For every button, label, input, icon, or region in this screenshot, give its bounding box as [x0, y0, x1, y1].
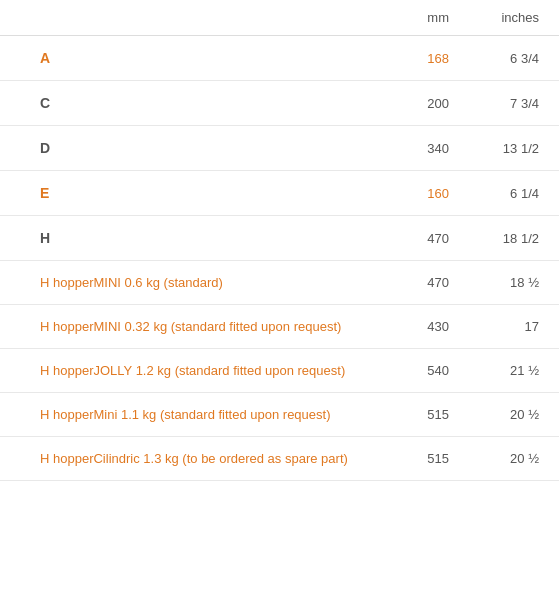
row-mm: 470: [389, 231, 459, 246]
row-inches: 7 3/4: [459, 96, 539, 111]
table-row: E1606 1/4: [0, 171, 559, 216]
row-mm: 160: [389, 186, 459, 201]
row-label: D: [40, 140, 389, 156]
row-mm: 515: [389, 407, 459, 422]
row-label: H hopperMini 1.1 kg (standard fitted upo…: [40, 407, 389, 422]
row-inches: 6 3/4: [459, 51, 539, 66]
row-label: H hopperMINI 0.32 kg (standard fitted up…: [40, 319, 389, 334]
table-row: H47018 1/2: [0, 216, 559, 261]
table-row: D34013 1/2: [0, 126, 559, 171]
row-inches: 13 1/2: [459, 141, 539, 156]
table-row: C2007 3/4: [0, 81, 559, 126]
row-mm: 540: [389, 363, 459, 378]
row-inches: 18 ½: [459, 275, 539, 290]
row-mm: 168: [389, 51, 459, 66]
row-label: E: [40, 185, 389, 201]
table-header: mm inches: [0, 0, 559, 36]
row-label: H hopperMINI 0.6 kg (standard): [40, 275, 389, 290]
inches-header: inches: [459, 10, 539, 25]
row-label: H hopperJOLLY 1.2 kg (standard fitted up…: [40, 363, 389, 378]
row-inches: 17: [459, 319, 539, 334]
mm-header: mm: [389, 10, 459, 25]
row-inches: 21 ½: [459, 363, 539, 378]
row-label: C: [40, 95, 389, 111]
row-mm: 340: [389, 141, 459, 156]
table-row: H hopperMINI 0.6 kg (standard)47018 ½: [0, 261, 559, 305]
row-label: H: [40, 230, 389, 246]
row-label: H hopperCilindric 1.3 kg (to be ordered …: [40, 451, 389, 466]
table-row: H hopperMINI 0.32 kg (standard fitted up…: [0, 305, 559, 349]
row-mm: 200: [389, 96, 459, 111]
table-row: H hopperCilindric 1.3 kg (to be ordered …: [0, 437, 559, 481]
table-row: H hopperMini 1.1 kg (standard fitted upo…: [0, 393, 559, 437]
row-inches: 20 ½: [459, 407, 539, 422]
row-inches: 6 1/4: [459, 186, 539, 201]
row-label: A: [40, 50, 389, 66]
table-row: H hopperJOLLY 1.2 kg (standard fitted up…: [0, 349, 559, 393]
dimensions-table: mm inches A1686 3/4C2007 3/4D34013 1/2E1…: [0, 0, 559, 481]
row-mm: 430: [389, 319, 459, 334]
row-inches: 18 1/2: [459, 231, 539, 246]
row-mm: 470: [389, 275, 459, 290]
row-mm: 515: [389, 451, 459, 466]
table-row: A1686 3/4: [0, 36, 559, 81]
row-inches: 20 ½: [459, 451, 539, 466]
